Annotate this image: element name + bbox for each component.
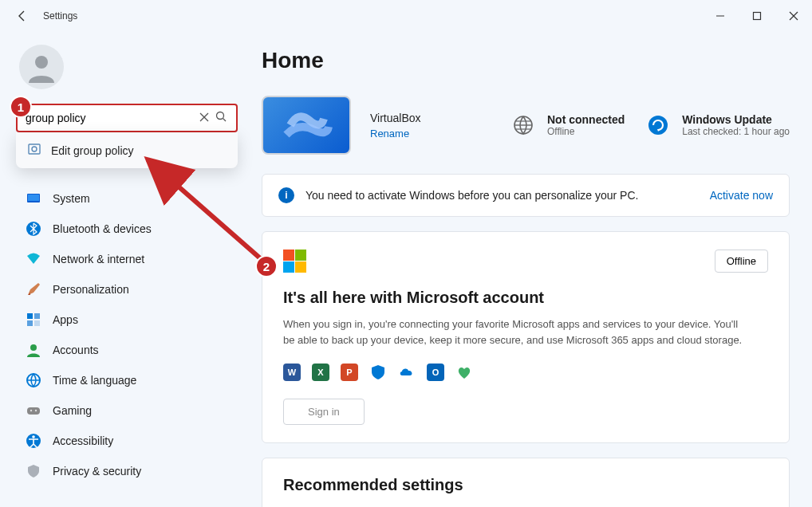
microsoft-logo (283, 250, 306, 273)
network-status[interactable]: Not connected Offline (509, 111, 625, 140)
wifi-icon (26, 251, 41, 267)
svg-point-26 (648, 116, 668, 135)
accessibility-icon (26, 433, 41, 449)
gamepad-icon (26, 403, 41, 419)
nav-label: Time & language (53, 374, 136, 387)
excel-icon: X (312, 364, 329, 381)
desktop-preview[interactable] (262, 96, 351, 155)
svg-point-19 (35, 410, 37, 411)
nav-gaming[interactable]: Gaming (16, 395, 238, 426)
outlook-icon: O (427, 364, 444, 381)
maximize-button[interactable] (739, 3, 775, 29)
activate-now-link[interactable]: Activate now (710, 189, 773, 202)
svg-line-4 (223, 119, 227, 122)
activation-text: You need to activate Windows before you … (305, 189, 638, 202)
network-sub: Offline (547, 126, 625, 137)
svg-point-14 (30, 344, 37, 351)
user-account-row[interactable] (16, 45, 238, 89)
family-icon (455, 364, 473, 381)
svg-rect-5 (29, 144, 40, 154)
nav-accounts[interactable]: Accounts (16, 335, 238, 365)
svg-point-3 (217, 112, 224, 120)
nav-label: Accounts (53, 344, 99, 356)
nav-label: Bluetooth & devices (53, 222, 152, 235)
nav-time-language[interactable]: Time & language (16, 365, 238, 395)
rename-link[interactable]: Rename (370, 128, 421, 140)
search-box[interactable] (16, 104, 238, 132)
search-icon[interactable] (212, 111, 230, 125)
minimize-button[interactable] (702, 3, 739, 29)
defender-icon (369, 364, 387, 381)
system-icon (26, 191, 41, 206)
search-input[interactable] (26, 112, 196, 124)
info-icon: i (278, 187, 294, 203)
suggestion-edit-group-policy[interactable]: Edit group policy (16, 132, 238, 168)
nav-accessibility[interactable]: Accessibility (16, 426, 238, 456)
svg-rect-17 (27, 407, 40, 415)
close-button[interactable] (775, 3, 812, 29)
activation-banner: i You need to activate Windows before yo… (262, 174, 790, 217)
apps-icon (26, 312, 41, 328)
recommended-settings-card: Recommended settings (262, 458, 790, 507)
onedrive-icon (398, 364, 416, 381)
update-icon (644, 111, 672, 140)
nav-apps[interactable]: Apps (16, 305, 238, 335)
svg-rect-11 (34, 313, 40, 319)
nav-personalization[interactable]: Personalization (16, 274, 238, 305)
nav-system[interactable]: System (16, 183, 238, 214)
back-button[interactable] (16, 10, 29, 22)
svg-rect-12 (27, 320, 33, 326)
brush-icon (26, 281, 41, 297)
avatar (19, 45, 64, 89)
group-policy-icon (27, 142, 41, 159)
annotation-badge-2: 2 (255, 255, 278, 277)
globe-icon (509, 111, 538, 140)
nav-label: Personalization (53, 283, 129, 296)
nav-label: Network & internet (53, 253, 144, 265)
titlebar: Settings (0, 0, 812, 32)
suggestion-label: Edit group policy (51, 144, 134, 157)
window-title: Settings (43, 10, 77, 22)
svg-rect-8 (28, 195, 39, 201)
word-icon: W (283, 364, 301, 381)
page-title: Home (262, 48, 790, 73)
nav-network[interactable]: Network & internet (16, 244, 238, 274)
content-area: Home VirtualBox Rename Not connected Off… (246, 32, 812, 507)
search-suggestions: Edit group policy (16, 132, 238, 168)
update-status[interactable]: Windows Update Last checked: 1 hour ago (644, 111, 790, 140)
clear-search-icon[interactable] (196, 111, 212, 125)
status-row: VirtualBox Rename Not connected Offline … (262, 96, 790, 155)
powerpoint-icon: P (341, 364, 358, 381)
sidebar: Edit group policy System Bluetooth & dev… (0, 32, 246, 507)
ms-account-heading: It's all here with Microsoft account (283, 289, 768, 307)
offline-button[interactable]: Offline (715, 250, 768, 273)
update-heading: Windows Update (682, 113, 790, 126)
svg-point-21 (32, 435, 35, 438)
svg-rect-1 (754, 13, 761, 20)
network-heading: Not connected (547, 113, 625, 126)
shield-icon (26, 463, 41, 479)
update-sub: Last checked: 1 hour ago (682, 126, 790, 137)
nav-privacy[interactable]: Privacy & security (16, 456, 238, 486)
annotation-badge-1: 1 (10, 96, 32, 118)
sign-in-button[interactable]: Sign in (283, 399, 365, 425)
recommended-heading: Recommended settings (283, 476, 768, 494)
svg-point-6 (32, 147, 37, 151)
nav-label: Accessibility (53, 434, 113, 447)
svg-rect-13 (34, 320, 40, 326)
svg-point-2 (35, 56, 48, 69)
nav-label: Apps (53, 313, 78, 326)
person-icon (26, 342, 41, 358)
nav-label: Privacy & security (53, 465, 141, 478)
microsoft-account-card: Offline It's all here with Microsoft acc… (262, 231, 790, 443)
svg-point-18 (30, 410, 32, 411)
app-icons-row: W X P O (283, 364, 768, 381)
bluetooth-icon (26, 221, 41, 237)
globe-clock-icon (26, 372, 41, 388)
nav-label: System (53, 192, 90, 205)
svg-rect-10 (27, 313, 33, 319)
nav-bluetooth[interactable]: Bluetooth & devices (16, 214, 238, 244)
device-name: VirtualBox (370, 112, 421, 124)
nav-list: System Bluetooth & devices Network & int… (16, 183, 238, 486)
nav-label: Gaming (53, 404, 92, 417)
